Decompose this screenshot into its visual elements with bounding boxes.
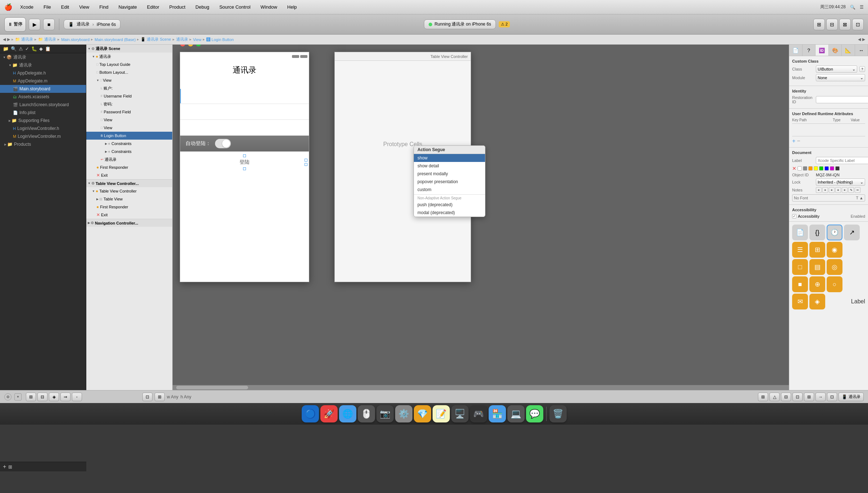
dock-trash[interactable]: 🗑️: [549, 405, 567, 422]
menu-xcode[interactable]: Xcode: [18, 4, 36, 10]
notes-btn-7[interactable]: ✂: [855, 187, 860, 193]
acc-icon-circle[interactable]: ○: [827, 276, 842, 292]
menu-help[interactable]: Help: [285, 4, 299, 10]
module-dropdown[interactable]: None ⌄: [816, 74, 865, 81]
menu-file[interactable]: File: [41, 4, 53, 10]
scrollbar-thumb[interactable]: [176, 386, 248, 389]
font-size-btn[interactable]: T ▲: [856, 196, 863, 200]
resolve-btn[interactable]: △: [769, 393, 780, 401]
acc-icon-clock[interactable]: 🕐: [827, 225, 842, 240]
scene-tree-item-view2[interactable]: □ View: [86, 116, 172, 124]
sidebar-icon-issue[interactable]: ⚠: [19, 46, 23, 51]
breadcrumb-button[interactable]: 🅱 Login Button: [206, 37, 234, 42]
assistant-toggle[interactable]: ⊠: [839, 19, 851, 30]
sidebar-icon-test[interactable]: ✓: [25, 46, 29, 51]
notes-btn-6[interactable]: ✎: [848, 187, 854, 193]
dock-notes[interactable]: 📝: [433, 405, 450, 422]
color-box-4[interactable]: [814, 166, 818, 171]
color-box-7[interactable]: [830, 166, 834, 171]
dock-sketch[interactable]: 💎: [414, 405, 431, 422]
menu-find[interactable]: Find: [97, 4, 110, 10]
scene-tree-item-account-label[interactable]: L 账户:: [86, 84, 172, 92]
sidebar-icon-report[interactable]: 📋: [45, 46, 51, 51]
horizontal-scrollbar[interactable]: [173, 385, 789, 390]
sidebar-item-appdelegate-h[interactable]: H AppDelegate.h: [0, 69, 86, 77]
arrange-btn[interactable]: →: [816, 393, 826, 401]
stop-button[interactable]: ■: [43, 19, 55, 30]
scene-tree-item-table-view[interactable]: ▶ ▤ Table View: [86, 195, 172, 203]
inspector-tab-size[interactable]: 📐: [842, 45, 855, 56]
scene-tree-item-segue[interactable]: ↩ 通讯录: [86, 155, 172, 163]
acc-icon-ring[interactable]: ◎: [827, 259, 842, 275]
maximize-button[interactable]: [196, 45, 201, 46]
color-box-2[interactable]: [803, 166, 807, 171]
scene-tree-item-view[interactable]: ▼ □ View: [86, 76, 172, 84]
dock-safari[interactable]: 🌐: [339, 405, 356, 422]
pause-button[interactable]: ⏸ 暂停: [4, 17, 26, 32]
close-button[interactable]: [180, 45, 185, 46]
scene-tree-item-tvc[interactable]: ▼ ● Table View Controller: [86, 187, 172, 195]
notes-btn-3[interactable]: ≡: [829, 187, 835, 193]
notes-btn-4[interactable]: ≡: [835, 187, 841, 193]
constraints-btn[interactable]: ⊞: [758, 393, 768, 401]
autologin-toggle[interactable]: [215, 139, 231, 148]
segue-item-modal[interactable]: modal (deprecated): [414, 209, 485, 217]
login-label[interactable]: 登陆: [239, 159, 250, 166]
dock-unknown2[interactable]: 🖥️: [451, 405, 469, 422]
inspector-tab-connections[interactable]: ↔: [855, 45, 868, 56]
scroll-btn[interactable]: [300, 55, 307, 58]
scene-tree-item-first-responder[interactable]: ● First Responder: [86, 163, 172, 171]
dock-camera[interactable]: 📷: [376, 405, 394, 422]
back-nav-btn[interactable]: ⊙: [4, 393, 12, 401]
acc-icon-braces[interactable]: {}: [809, 225, 825, 240]
sidebar-project-root[interactable]: ▼ 📦 通讯录: [0, 53, 86, 61]
scene-btn[interactable]: 📱 通讯录: [839, 393, 864, 401]
menu-window[interactable]: Window: [259, 4, 279, 10]
inspector-btn[interactable]: ⇒: [60, 393, 70, 401]
inspector-tab-attributes[interactable]: 🎨: [829, 45, 842, 56]
nav-forward[interactable]: ▶: [7, 37, 10, 42]
scene-tree-item-password-field[interactable]: F Password Field: [86, 108, 172, 116]
dock-messages[interactable]: 💬: [526, 405, 543, 422]
color-box-1[interactable]: [798, 166, 802, 171]
class-dropdown[interactable]: UIButton ⌄: [816, 65, 857, 73]
scene-tree-item-exit[interactable]: ✕ Exit: [86, 171, 172, 179]
scene-tree-item-username-field[interactable]: F Username Field: [86, 92, 172, 100]
breadcrumb-base[interactable]: Main.storyboard (Base): [95, 37, 136, 42]
dock-unknown1[interactable]: 🖱️: [358, 405, 375, 422]
delete-icon[interactable]: ✕: [792, 166, 796, 171]
scene-tree-item-tvc-exit[interactable]: ✕ Exit: [86, 211, 172, 219]
editor-toggle[interactable]: ⊟: [826, 19, 838, 30]
zoom-btn[interactable]: ⊞: [155, 393, 165, 401]
breadcrumb-prev[interactable]: ◀: [858, 37, 861, 42]
search-icon[interactable]: 🔍: [850, 5, 855, 10]
class-help-button[interactable]: ?: [859, 66, 865, 72]
apple-menu[interactable]: 🍎: [4, 3, 12, 11]
play-button[interactable]: ▶: [29, 19, 40, 30]
segue-item-popover[interactable]: popover presentation: [414, 178, 485, 186]
dock-unknown3[interactable]: 🎮: [470, 405, 487, 422]
acc-icon-table[interactable]: ▤: [809, 259, 825, 275]
color-box-5[interactable]: [819, 166, 823, 171]
acc-icon-square[interactable]: ■: [792, 276, 808, 292]
breadcrumb-vc[interactable]: 通讯录: [176, 37, 188, 42]
dock-finder[interactable]: 🔵: [302, 405, 319, 422]
menu-source-control[interactable]: Source Control: [217, 4, 253, 10]
acc-icon-plus[interactable]: ⊕: [809, 276, 825, 292]
acc-icon-box[interactable]: □: [792, 259, 808, 275]
menu-product[interactable]: Product: [167, 4, 188, 10]
notes-btn-1[interactable]: ≡: [816, 187, 822, 193]
segue-item-present-modally[interactable]: present modally: [414, 170, 485, 178]
dock-appstore[interactable]: 🏪: [489, 405, 506, 422]
label-input[interactable]: [816, 157, 868, 164]
breadcrumb-project[interactable]: 📁 通讯录: [15, 37, 33, 42]
sidebar-item-appdelegate-m[interactable]: M AppDelegate.m: [0, 77, 86, 85]
sidebar-item-main-storyboard[interactable]: 🎬 Main.storyboard: [0, 85, 86, 93]
align-btn[interactable]: ⊟: [781, 393, 791, 401]
scene-tree-item-top-layout[interactable]: □ Top Layout Guide: [86, 60, 172, 68]
source-btn[interactable]: ⊡: [827, 393, 837, 401]
menu-editor[interactable]: Editor: [145, 4, 161, 10]
restoration-id-input[interactable]: [816, 96, 868, 103]
segue-item-show-detail[interactable]: show detail: [414, 162, 485, 170]
scene-tree-item-bottom-layout[interactable]: □ Bottom Layout...: [86, 68, 172, 76]
